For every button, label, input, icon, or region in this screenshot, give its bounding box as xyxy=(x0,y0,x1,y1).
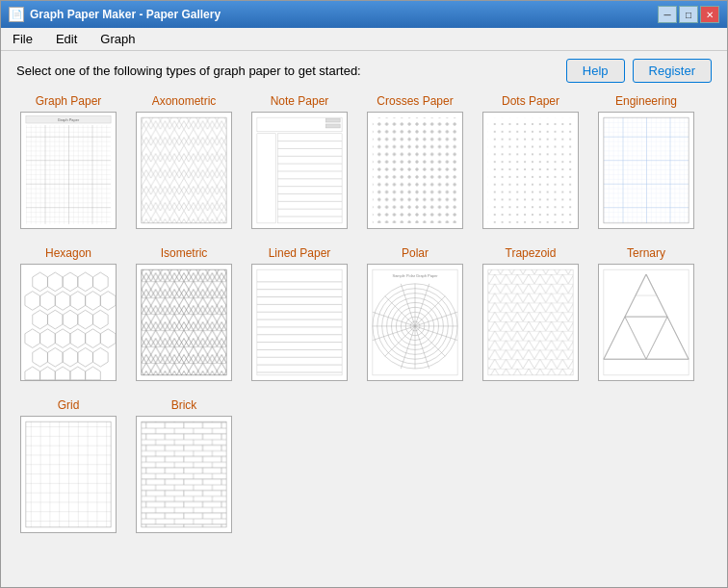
paper-item-note-paper[interactable]: Note Paper xyxy=(247,94,351,229)
paper-label-ternary: Ternary xyxy=(627,246,665,260)
paper-label-isometric: Isometric xyxy=(161,246,208,260)
paper-preview-grid xyxy=(20,416,117,533)
svg-rect-35 xyxy=(488,117,573,223)
paper-label-crosses-paper: Crosses Paper xyxy=(377,94,453,108)
toolbar-buttons: Help Register xyxy=(566,59,712,83)
paper-item-grid[interactable]: Grid xyxy=(16,398,120,533)
svg-rect-32 xyxy=(373,117,457,223)
paper-label-dots-paper: Dots Paper xyxy=(502,94,559,108)
svg-rect-79 xyxy=(142,269,226,375)
gallery-row-1: Graph Paper Graph Paper xyxy=(16,94,712,229)
paper-item-brick[interactable]: Brick xyxy=(132,398,236,533)
svg-rect-28 xyxy=(325,124,340,128)
toolbar: Select one of the following types of gra… xyxy=(1,51,727,90)
paper-preview-crosses-paper xyxy=(367,112,463,229)
title-bar-left: 📄 Graph Paper Maker - Paper Gallery xyxy=(9,7,221,22)
paper-preview-engineering xyxy=(598,112,694,229)
svg-rect-120 xyxy=(488,269,573,375)
paper-preview-note-paper xyxy=(251,112,348,229)
svg-rect-10 xyxy=(142,117,226,223)
window-title: Graph Paper Maker - Paper Gallery xyxy=(30,8,221,21)
paper-preview-isometric xyxy=(136,264,232,381)
paper-item-hexagon[interactable]: Hexagon xyxy=(16,246,120,381)
svg-rect-38 xyxy=(604,117,689,223)
svg-rect-4 xyxy=(26,125,111,224)
paper-preview-dots-paper xyxy=(482,112,579,229)
paper-label-brick: Brick xyxy=(171,398,197,412)
maximize-button[interactable]: □ xyxy=(679,6,698,23)
minimize-button[interactable]: ─ xyxy=(658,6,677,23)
paper-label-hexagon: Hexagon xyxy=(45,246,91,260)
svg-rect-81 xyxy=(257,269,342,375)
paper-label-graph-paper: Graph Paper xyxy=(36,94,102,108)
paper-preview-graph-paper: Graph Paper xyxy=(20,112,117,229)
paper-preview-brick xyxy=(136,416,232,533)
paper-label-note-paper: Note Paper xyxy=(271,94,329,108)
paper-preview-hexagon xyxy=(20,264,117,381)
paper-label-grid: Grid xyxy=(58,398,80,412)
paper-item-trapezoid[interactable]: Trapezoid xyxy=(479,246,583,381)
paper-item-lined-paper[interactable]: Lined Paper xyxy=(247,246,351,381)
register-button[interactable]: Register xyxy=(633,59,712,83)
svg-rect-132 xyxy=(26,422,111,527)
svg-text:Graph Paper: Graph Paper xyxy=(58,117,80,122)
paper-item-crosses-paper[interactable]: Crosses Paper xyxy=(363,94,467,229)
paper-preview-axonometric xyxy=(136,112,232,229)
menubar: File Edit Graph xyxy=(1,28,727,51)
paper-item-ternary[interactable]: Ternary xyxy=(594,246,698,381)
paper-item-polar[interactable]: Polar Sample Polar Graph Paper xyxy=(363,246,467,381)
menu-file[interactable]: File xyxy=(5,30,40,48)
paper-label-axonometric: Axonometric xyxy=(152,94,217,108)
paper-item-axonometric[interactable]: Axonometric xyxy=(132,94,236,229)
paper-label-lined-paper: Lined Paper xyxy=(269,246,331,260)
svg-rect-138 xyxy=(142,422,226,527)
paper-preview-polar: Sample Polar Graph Paper xyxy=(367,264,463,381)
toolbar-label: Select one of the following types of gra… xyxy=(16,64,361,78)
gallery: Graph Paper Graph Paper xyxy=(1,90,727,587)
svg-rect-15 xyxy=(277,134,342,223)
menu-graph[interactable]: Graph xyxy=(92,30,143,48)
paper-item-isometric[interactable]: Isometric xyxy=(132,246,236,381)
svg-rect-27 xyxy=(325,118,340,122)
title-bar: 📄 Graph Paper Maker - Paper Gallery ─ □ … xyxy=(1,1,727,28)
svg-rect-40 xyxy=(21,265,116,380)
paper-item-dots-paper[interactable]: Dots Paper xyxy=(479,94,583,229)
menu-edit[interactable]: Edit xyxy=(48,30,85,48)
svg-rect-14 xyxy=(257,134,276,223)
paper-preview-ternary xyxy=(598,264,694,381)
gallery-row-2: Hexagon xyxy=(16,246,712,381)
paper-preview-trapezoid xyxy=(482,264,579,381)
window-icon: 📄 xyxy=(9,7,24,22)
paper-item-engineering[interactable]: Engineering xyxy=(594,94,698,229)
title-buttons: ─ □ ✕ xyxy=(658,6,719,23)
paper-label-engineering: Engineering xyxy=(615,94,677,108)
paper-label-polar: Polar xyxy=(402,246,429,260)
svg-text:Sample Polar Graph Paper: Sample Polar Graph Paper xyxy=(393,273,439,278)
paper-label-trapezoid: Trapezoid xyxy=(506,246,557,260)
close-button[interactable]: ✕ xyxy=(700,6,719,23)
paper-preview-lined-paper xyxy=(251,264,348,381)
gallery-row-3: Grid Brick xyxy=(16,398,712,533)
main-window: 📄 Graph Paper Maker - Paper Gallery ─ □ … xyxy=(0,0,728,588)
paper-item-graph-paper[interactable]: Graph Paper Graph Paper xyxy=(16,94,120,229)
help-button[interactable]: Help xyxy=(566,59,625,83)
